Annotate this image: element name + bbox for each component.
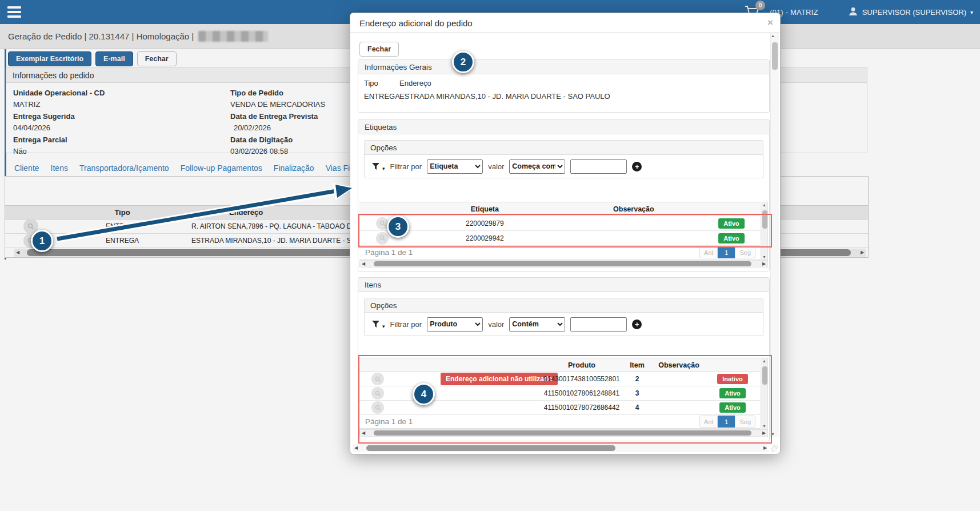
modal-title: Endereço adicional do pedido: [350, 13, 780, 33]
filter-caret-icon: ▾: [382, 324, 385, 329]
filter-icon[interactable]: [371, 162, 381, 171]
ig-tipo-value: ENTREGA: [364, 92, 399, 101]
status-badge: Ativo: [719, 402, 746, 413]
etiquetas-title: Etiquetas: [358, 120, 769, 134]
itens-filter-row: ▾ Filtrar por Produto valor Contém +: [365, 313, 763, 336]
itens-title: Itens: [358, 278, 769, 292]
scroll-up-icon[interactable]: ▲: [761, 203, 767, 207]
next-page-button[interactable]: Seg: [735, 246, 755, 258]
scroll-right-icon[interactable]: ▶: [761, 260, 767, 268]
cell-etiqueta: 2200029879: [405, 219, 565, 227]
ig-endereco-label: Endereço: [399, 79, 763, 87]
table-row[interactable]: 2200029942 Ativo: [359, 231, 760, 246]
page-indicator: Página 1 de 1: [365, 248, 413, 257]
search-icon[interactable]: [371, 373, 384, 385]
cell-produto: 41150010278072686442: [542, 404, 622, 412]
cell-item: 2: [622, 375, 653, 383]
valor-label: valor: [488, 320, 504, 329]
column-header-produto: Produto: [542, 361, 622, 369]
scroll-right-icon[interactable]: ▶: [761, 429, 767, 437]
etiquetas-pagination: Página 1 de 1 Ant 1 Seg: [359, 246, 760, 260]
scroll-down-icon[interactable]: ▼: [761, 424, 767, 428]
modal-vertical-scrollbar[interactable]: ▲ ▼: [770, 33, 779, 437]
page-1-button[interactable]: 1: [718, 416, 735, 428]
cell-etiqueta: 2200029942: [405, 234, 565, 242]
status-badge: Inativo: [717, 374, 747, 384]
informacoes-gerais-panel: Informações Gerais Tipo Endereço ENTREGA…: [358, 59, 770, 113]
annotation-callout-2: 2: [452, 51, 474, 73]
scroll-left-icon[interactable]: ◀: [360, 429, 367, 437]
annotation-callout-4: 4: [413, 383, 435, 405]
scroll-left-icon[interactable]: ◀: [360, 260, 367, 268]
vertical-scrollbar[interactable]: ▲ ▼: [761, 202, 768, 260]
options-label: Opções: [365, 298, 763, 313]
cell-produto: 41150010278061248841: [542, 389, 622, 397]
informacoes-gerais-title: Informações Gerais: [358, 60, 769, 74]
etiquetas-filter-row: ▾ Filtrar por Etiqueta valor Começa com …: [365, 155, 763, 178]
modal-fechar-button[interactable]: Fechar: [359, 42, 399, 57]
application-window: 0 (01) - MATRIZ SUPERVISOR (SUPERVISOR) …: [0, 0, 980, 511]
etiquetas-field-select[interactable]: Etiqueta: [427, 159, 483, 174]
scrollbar-thumb[interactable]: [374, 430, 751, 436]
scrollbar-thumb[interactable]: [366, 445, 615, 451]
scrollbar-thumb[interactable]: [762, 366, 767, 385]
column-header-observacao: Observação: [565, 205, 703, 213]
scrollbar-thumb[interactable]: [762, 210, 767, 229]
scrollbar-thumb[interactable]: [374, 261, 751, 266]
filtrar-por-label: Filtrar por: [390, 320, 422, 329]
itens-options-panel: Opções ▾ Filtrar por Produto valor Conté…: [364, 298, 763, 336]
close-icon[interactable]: ×: [767, 17, 773, 29]
filtrar-por-label: Filtrar por: [390, 162, 422, 171]
horizontal-scrollbar[interactable]: ◀ ▶: [359, 429, 768, 437]
resize-handle-icon[interactable]: [771, 445, 778, 452]
status-badge: Ativo: [718, 233, 745, 243]
scrollbar-thumb[interactable]: [772, 42, 778, 70]
status-badge: Ativo: [719, 388, 746, 398]
scroll-up-icon[interactable]: ▲: [761, 359, 767, 363]
column-header-etiqueta: Etiqueta: [405, 205, 565, 213]
etiquetas-operator-select[interactable]: Começa com: [509, 159, 565, 174]
prev-page-button[interactable]: Ant: [699, 246, 718, 258]
etiquetas-filter-input[interactable]: [570, 159, 627, 174]
status-badge: Ativo: [718, 218, 745, 229]
etiquetas-grid: Etiqueta Observação 2200029879 Ativo 220…: [359, 202, 768, 268]
annotation-callout-3: 3: [387, 215, 409, 238]
scroll-down-icon[interactable]: ▼: [771, 432, 779, 436]
filter-caret-icon: ▾: [382, 166, 385, 171]
page-1-button[interactable]: 1: [718, 246, 735, 258]
etiquetas-options-panel: Opções ▾ Filtrar por Etiqueta valor Come…: [364, 140, 763, 178]
search-icon[interactable]: [376, 232, 389, 245]
itens-panel: Itens Opções ▾ Filtrar por Produto valor…: [358, 277, 770, 441]
scroll-down-icon[interactable]: ▼: [761, 255, 767, 259]
scroll-up-icon[interactable]: ▲: [771, 34, 779, 38]
horizontal-scrollbar[interactable]: ◀ ▶: [359, 260, 768, 268]
vertical-scrollbar[interactable]: ▲ ▼: [761, 358, 768, 429]
search-icon[interactable]: [371, 401, 384, 414]
add-filter-icon[interactable]: +: [632, 320, 642, 329]
itens-operator-select[interactable]: Contém: [509, 317, 565, 332]
table-row[interactable]: 2200029879 Ativo: [359, 216, 760, 231]
page-indicator: Página 1 de 1: [365, 417, 413, 426]
next-page-button[interactable]: Seg: [735, 416, 755, 428]
cell-produto: 01430017438100552801: [542, 375, 622, 383]
valor-label: valor: [488, 162, 504, 171]
ig-endereco-value: ESTRADA MIRANDAS,10 - JD. MARIA DUARTE -…: [399, 92, 763, 101]
endereco-nao-utilizado-badge: Endereço adicional não utilizado: [441, 373, 558, 385]
cell-item: 3: [622, 389, 653, 397]
cell-item: 4: [622, 404, 653, 412]
informacoes-gerais-content: Tipo Endereço ENTREGA ESTRADA MIRANDAS,1…: [358, 74, 769, 105]
column-header-observacao: Observação: [653, 361, 705, 369]
add-filter-icon[interactable]: +: [632, 162, 642, 171]
itens-grid-header: Produto Item Observação: [359, 358, 760, 372]
itens-filter-input[interactable]: [570, 317, 627, 332]
search-icon[interactable]: [371, 387, 384, 400]
modal-horizontal-scrollbar[interactable]: ◀ ▶: [353, 444, 769, 452]
options-label: Opções: [365, 141, 763, 155]
ig-tipo-label: Tipo: [364, 79, 399, 87]
etiquetas-grid-header: Etiqueta Observação: [359, 202, 760, 216]
prev-page-button[interactable]: Ant: [699, 416, 718, 428]
scroll-right-icon[interactable]: ▶: [762, 444, 769, 452]
itens-field-select[interactable]: Produto: [427, 317, 483, 332]
scroll-left-icon[interactable]: ◀: [353, 444, 359, 452]
filter-icon[interactable]: [371, 320, 381, 329]
